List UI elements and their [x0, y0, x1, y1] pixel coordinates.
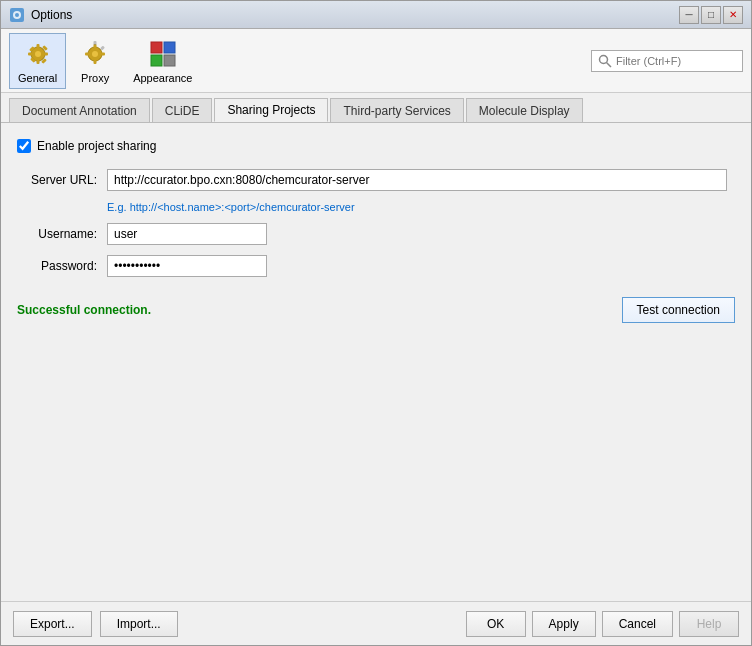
bottom-bar: Export... Import... OK Apply Cancel Help	[1, 601, 751, 645]
svg-point-25	[600, 55, 608, 63]
search-icon	[598, 54, 612, 68]
tab-molecule-display[interactable]: Molecule Display	[466, 98, 583, 122]
username-input[interactable]	[107, 223, 267, 245]
hint-link: http://<host.name>:<port>/chemcurator-se…	[130, 201, 355, 213]
svg-rect-16	[94, 59, 97, 64]
title-bar-left: Options	[9, 7, 72, 23]
svg-point-2	[15, 13, 19, 17]
import-button[interactable]: Import...	[100, 611, 178, 637]
svg-rect-5	[36, 44, 39, 49]
svg-point-4	[35, 51, 41, 57]
general-icon	[22, 38, 54, 70]
window-title: Options	[31, 8, 72, 22]
minimize-button[interactable]: ─	[679, 6, 699, 24]
proxy-icon	[79, 38, 111, 70]
tab-document-annotation[interactable]: Document Annotation	[9, 98, 150, 122]
app-icon	[9, 7, 25, 23]
status-row: Successful connection. Test connection	[17, 297, 735, 323]
server-url-hint: E.g. http://<host.name>:<port>/chemcurat…	[107, 201, 735, 213]
password-input[interactable]	[107, 255, 267, 277]
close-button[interactable]: ✕	[723, 6, 743, 24]
options-window: Options ─ □ ✕	[0, 0, 752, 646]
title-bar-controls: ─ □ ✕	[679, 6, 743, 24]
server-url-input-wrapper	[107, 169, 727, 191]
enable-sharing-checkbox[interactable]	[17, 139, 31, 153]
filter-box[interactable]	[591, 50, 743, 72]
server-url-label: Server URL:	[17, 173, 107, 187]
toolbar-item-proxy[interactable]: Proxy	[70, 33, 120, 89]
svg-rect-23	[151, 55, 162, 66]
maximize-button[interactable]: □	[701, 6, 721, 24]
server-url-row: Server URL:	[17, 169, 735, 191]
appearance-icon	[147, 38, 179, 70]
toolbar-item-general[interactable]: General	[9, 33, 66, 89]
bottom-left-buttons: Export... Import...	[13, 611, 178, 637]
enable-sharing-label[interactable]: Enable project sharing	[37, 139, 156, 153]
export-button[interactable]: Export...	[13, 611, 92, 637]
test-connection-button[interactable]: Test connection	[622, 297, 735, 323]
bottom-right-buttons: OK Apply Cancel Help	[466, 611, 739, 637]
enable-project-sharing-row: Enable project sharing	[17, 139, 735, 153]
svg-rect-17	[85, 52, 90, 55]
ok-button[interactable]: OK	[466, 611, 526, 637]
cancel-button[interactable]: Cancel	[602, 611, 673, 637]
toolbar-proxy-label: Proxy	[81, 72, 109, 84]
svg-rect-22	[164, 42, 175, 53]
hint-prefix: E.g.	[107, 201, 130, 213]
connection-status: Successful connection.	[17, 303, 151, 317]
svg-rect-19	[94, 41, 97, 45]
toolbar-right	[591, 50, 743, 72]
tab-sharing-projects[interactable]: Sharing Projects	[214, 98, 328, 122]
toolbar-item-appearance[interactable]: Appearance	[124, 33, 201, 89]
username-input-wrapper	[107, 223, 727, 245]
help-button[interactable]: Help	[679, 611, 739, 637]
tabs-bar: Document Annotation CLiDE Sharing Projec…	[1, 93, 751, 123]
svg-rect-7	[28, 52, 33, 55]
title-bar: Options ─ □ ✕	[1, 1, 751, 29]
toolbar: General Proxy	[1, 29, 751, 93]
tab-clide[interactable]: CLiDE	[152, 98, 213, 122]
svg-rect-24	[164, 55, 175, 66]
toolbar-appearance-label: Appearance	[133, 72, 192, 84]
svg-rect-21	[151, 42, 162, 53]
svg-point-14	[92, 51, 98, 57]
svg-rect-8	[43, 52, 48, 55]
toolbar-general-label: General	[18, 72, 57, 84]
server-url-input[interactable]	[107, 169, 727, 191]
password-row: Password:	[17, 255, 735, 277]
username-row: Username:	[17, 223, 735, 245]
apply-button[interactable]: Apply	[532, 611, 596, 637]
username-label: Username:	[17, 227, 107, 241]
filter-input[interactable]	[616, 55, 736, 67]
toolbar-items: General Proxy	[9, 33, 201, 89]
tab-third-party-services[interactable]: Third-party Services	[330, 98, 463, 122]
svg-rect-6	[36, 59, 39, 64]
password-input-wrapper	[107, 255, 727, 277]
password-label: Password:	[17, 259, 107, 273]
content-area: Enable project sharing Server URL: E.g. …	[1, 123, 751, 601]
svg-line-26	[607, 62, 612, 67]
svg-rect-18	[100, 52, 105, 55]
